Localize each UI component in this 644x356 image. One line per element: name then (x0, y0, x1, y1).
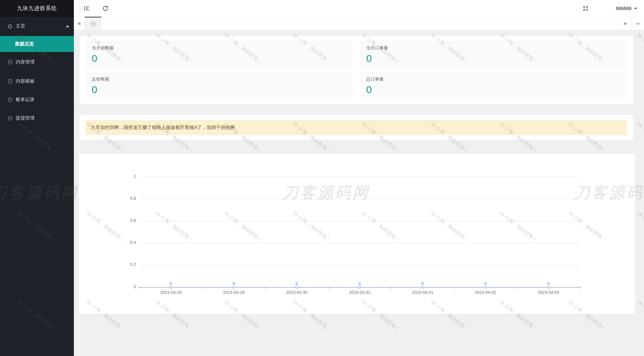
chart-y-tick-label: 0 (116, 284, 136, 289)
chart-x-tick-label: 2023-03-31 (343, 290, 376, 295)
chart-point (233, 286, 235, 288)
sidebar-item-home[interactable]: 主页 (0, 18, 74, 34)
topbar: 666666 (74, 0, 644, 17)
sidebar-item-billing-records[interactable]: 帐单记录 (0, 92, 74, 108)
chart-point (295, 286, 298, 288)
sidebar-item-data-overview[interactable]: 数据总览 (0, 36, 74, 52)
stats-panel: 当天销售额 0 当天订单量 0 总销售额 0 总订单量 0 (80, 36, 633, 104)
stat-value: 0 (92, 84, 347, 95)
chart-point-label: 0 (356, 281, 363, 286)
chart-axis-tick (139, 287, 140, 289)
chart-gridline (139, 199, 580, 199)
stat-card-today-sales: 当天销售额 0 (86, 41, 353, 69)
shield-check-icon (7, 116, 13, 121)
tabs-menu-button[interactable] (631, 17, 644, 30)
sidebar-item-label: 主页 (16, 23, 66, 29)
sales-line-chart: 00.20.40.60.812023-03-2802023-03-2902023… (79, 154, 635, 314)
chart-gridline (139, 221, 580, 221)
chart-x-tick-label: 2023-03-30 (280, 290, 314, 295)
sidebar: 九块九进群系统 主页 数据总览 内容管理 (0, 0, 74, 356)
stat-value: 0 (92, 53, 347, 64)
chart-point (421, 286, 424, 288)
chart-x-tick-label: 2023-04-01 (406, 290, 439, 295)
stat-card-total-sales: 总销售额 0 (86, 72, 353, 100)
sidebar-item-withdraw-manage[interactable]: 提现管理 (0, 110, 74, 126)
chart-y-tick-label: 0.2 (116, 262, 136, 267)
chart-point-label: 0 (230, 281, 237, 286)
chart-gridline (139, 177, 580, 177)
collapse-menu-icon[interactable] (80, 0, 93, 17)
topbar-right: 666666 (579, 0, 644, 17)
tabbar-spacer (101, 17, 618, 30)
chart-y-tick-label: 1 (116, 174, 136, 179)
sidebar-item-label: 内容模板 (16, 78, 69, 84)
sidebar-subitem-label: 数据总览 (15, 41, 34, 47)
chart-y-tick-label: 0.8 (116, 196, 136, 201)
chart-x-tick-label: 2023-04-03 (532, 290, 565, 295)
chart-x-tick-label: 2023-03-29 (217, 290, 250, 295)
chart-x-tick-label: 2023-03-28 (154, 290, 188, 295)
chart-point-label: 0 (482, 281, 489, 286)
sidebar-item-label: 帐单记录 (16, 97, 69, 103)
chart-point-label: 0 (168, 281, 174, 286)
refresh-icon[interactable] (99, 0, 112, 17)
chart-point (359, 286, 361, 288)
stat-value: 0 (366, 53, 622, 64)
sidebar-item-content-template[interactable]: 内容模板 (0, 73, 74, 89)
notice-text: 大哥加把劲啊，隔壁老王赚了钱晚上蹦迪都开黑桃A了，咱得干倒他啊 (91, 125, 235, 131)
chart-point-label: 0 (419, 281, 426, 286)
sidebar-item-label: 内容管理 (16, 59, 69, 65)
stat-label: 当天订单量 (366, 45, 622, 51)
chevron-up-icon (66, 25, 69, 27)
chart-gridline (139, 265, 580, 265)
stat-label: 总销售额 (92, 76, 347, 82)
notice-panel: 大哥加把劲啊，隔壁老王赚了钱晚上蹦迪都开黑桃A了，咱得干倒他啊 (80, 115, 633, 140)
shield-check-icon (7, 97, 13, 102)
stat-card-total-orders: 总订单量 0 (360, 72, 628, 100)
content: 当天销售额 0 当天订单量 0 总销售额 0 总订单量 0 大哥加把劲啊，隔壁老… (74, 30, 644, 356)
app-title: 九块九进群系统 (0, 0, 74, 17)
home-icon (90, 21, 96, 27)
chart-point (170, 286, 172, 288)
shield-check-icon (7, 79, 13, 84)
sidebar-item-content-manage[interactable]: 内容管理 (0, 54, 74, 70)
tabs-scroll-right-button[interactable]: » (618, 17, 631, 30)
chart-point-label: 0 (293, 281, 300, 286)
stat-value: 0 (366, 84, 622, 95)
notice-banner: 大哥加把劲啊，隔壁老王赚了钱晚上蹦迪都开黑桃A了，咱得干倒他啊 (86, 120, 627, 135)
tabbar: « » (74, 17, 644, 30)
username-label: 666666 (616, 6, 632, 11)
tabs-scroll-left-button[interactable]: « (74, 17, 85, 30)
shield-check-icon (7, 59, 13, 65)
stat-label: 总订单量 (366, 76, 622, 82)
chart-x-tick-label: 2023-04-02 (469, 290, 502, 295)
tab-home[interactable] (85, 17, 101, 30)
sidebar-item-label: 提现管理 (16, 115, 69, 121)
chart-point (547, 286, 550, 288)
chart-point-label: 0 (545, 281, 552, 286)
sidebar-nav: 主页 数据总览 内容管理 内容模板 (0, 18, 74, 126)
user-menu[interactable]: 666666 (612, 0, 644, 17)
stat-label: 当天销售额 (92, 45, 347, 51)
chart-axis-tick (580, 287, 580, 289)
fullscreen-icon[interactable] (579, 0, 592, 17)
chevron-down-icon (634, 8, 637, 9)
chart-y-tick-label: 0.4 (116, 240, 136, 245)
chart-gridline (139, 243, 580, 243)
chart-y-tick-label: 0.6 (116, 218, 136, 223)
chart-point (484, 286, 487, 288)
home-icon (7, 24, 13, 29)
chart-panel: 00.20.40.60.812023-03-2802023-03-2902023… (79, 154, 635, 314)
stat-card-today-orders: 当天订单量 0 (360, 41, 628, 69)
